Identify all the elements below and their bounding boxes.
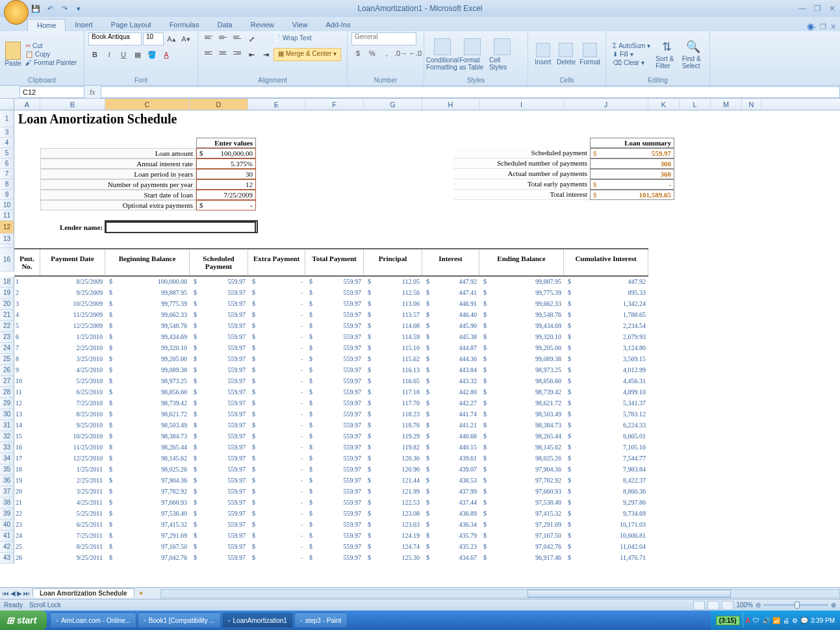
- cell-styles-button[interactable]: Cell Styles: [488, 37, 516, 72]
- column-header[interactable]: E: [248, 99, 305, 110]
- tray-icon[interactable]: 🛡: [753, 617, 759, 624]
- table-row[interactable]: 9 4/25/2010 99,089.38 559.97 - 559.97 11…: [14, 365, 648, 375]
- format-as-table-button[interactable]: Format as Table: [458, 37, 487, 72]
- row-header[interactable]: 27: [0, 376, 14, 387]
- worksheet-grid[interactable]: 1 Loan Amortization Schedule 3 Enter val…: [0, 110, 840, 587]
- row-header[interactable]: 31: [0, 420, 14, 431]
- table-row[interactable]: 4 11/25/2009 99,662.33 559.97 - 559.97 1…: [14, 310, 648, 320]
- table-row[interactable]: 20 3/25/2011 97,782.92 559.97 - 559.97 1…: [14, 486, 648, 496]
- ribbon-tab-review[interactable]: Review: [242, 19, 283, 31]
- zoom-in-button[interactable]: ⊕: [831, 601, 836, 609]
- row-header[interactable]: 3: [0, 127, 14, 138]
- table-row[interactable]: 26 9/25/2011 97,042.76 559.97 - 559.97 1…: [14, 553, 648, 562]
- table-row[interactable]: 22 5/25/2011 97,538.40 559.97 - 559.97 1…: [14, 509, 648, 518]
- office-button[interactable]: [4, 0, 29, 25]
- table-row[interactable]: 13 8/25/2010 98,621.72 559.97 - 559.97 1…: [14, 409, 648, 419]
- sheet-prev-icon[interactable]: ◀: [10, 590, 16, 597]
- row-header[interactable]: 35: [0, 464, 14, 475]
- tray-icon[interactable]: ⚙: [792, 617, 798, 624]
- row-header[interactable]: 22: [0, 321, 14, 332]
- table-row[interactable]: 15 10/25/2010 98,384.73 559.97 - 559.97 …: [14, 431, 648, 441]
- row-header[interactable]: 21: [0, 310, 14, 321]
- italic-button[interactable]: I: [103, 48, 116, 61]
- column-header[interactable]: J: [564, 99, 648, 110]
- fx-icon[interactable]: fx: [84, 88, 101, 96]
- tray-icon[interactable]: 📶: [772, 617, 780, 624]
- table-row[interactable]: 8 3/25/2010 99,205.00 559.97 - 559.97 11…: [14, 354, 648, 364]
- tray-icon[interactable]: 💬: [800, 617, 808, 624]
- align-middle-button[interactable]: [216, 32, 229, 45]
- clear-button[interactable]: ⌫ Clear ▾: [610, 58, 653, 67]
- comma-button[interactable]: ,: [380, 47, 393, 60]
- maximize-button[interactable]: ❐: [812, 4, 823, 13]
- row-header[interactable]: 43: [0, 553, 14, 564]
- column-header[interactable]: B: [40, 99, 105, 110]
- row-header[interactable]: 39: [0, 509, 14, 520]
- align-top-button[interactable]: [202, 32, 215, 45]
- border-button[interactable]: ▦: [131, 48, 144, 61]
- decrease-indent-button[interactable]: ⇤: [245, 48, 258, 61]
- underline-button[interactable]: U: [117, 48, 130, 61]
- column-header[interactable]: I: [479, 99, 564, 110]
- name-box[interactable]: C12: [19, 86, 84, 98]
- row-header[interactable]: 24: [0, 343, 14, 354]
- copy-button[interactable]: 📋Copy: [23, 50, 79, 58]
- shrink-font-button[interactable]: A▾: [179, 32, 192, 45]
- row-header[interactable]: 19: [0, 288, 14, 299]
- table-row[interactable]: 14 9/25/2010 98,503.49 559.97 - 559.97 1…: [14, 420, 648, 430]
- sheet-next-icon[interactable]: ▶: [17, 590, 22, 597]
- sheet-tab[interactable]: Loan Amortization Schedule: [32, 588, 134, 598]
- page-break-view-button[interactable]: [722, 601, 733, 610]
- format-painter-button[interactable]: 🖌Format Painter: [23, 58, 79, 67]
- column-header[interactable]: N: [742, 99, 761, 110]
- format-cells-button[interactable]: Format: [578, 42, 602, 67]
- qat-more-icon[interactable]: ▾: [73, 3, 84, 14]
- number-format-select[interactable]: General: [351, 32, 416, 45]
- row-header[interactable]: 32: [0, 431, 14, 442]
- table-row[interactable]: 19 2/25/2011 97,904.36 559.97 - 559.97 1…: [14, 475, 648, 485]
- decrease-decimal-button[interactable]: ←.0: [409, 47, 422, 60]
- tray-icon[interactable]: A: [746, 617, 750, 624]
- ribbon-tab-page-layout[interactable]: Page Layout: [102, 19, 160, 31]
- row-header[interactable]: 33: [0, 442, 14, 453]
- table-row[interactable]: 12 7/25/2010 98,739.42 559.97 - 559.97 1…: [14, 398, 648, 408]
- row-header[interactable]: 34: [0, 453, 14, 464]
- table-row[interactable]: 10 5/25/2010 98,973.25 559.97 - 559.97 1…: [14, 376, 648, 386]
- column-header[interactable]: D: [190, 99, 248, 110]
- table-row[interactable]: 25 8/25/2011 97,167.50 559.97 - 559.97 1…: [14, 542, 648, 551]
- increase-decimal-button[interactable]: .0→: [394, 47, 407, 60]
- system-tray[interactable]: (3:15) A 🛡 🔊 📶 🖨 ⚙ 💬 3:39 PM: [711, 611, 840, 630]
- zoom-level[interactable]: 100%: [736, 601, 753, 609]
- row-header[interactable]: 40: [0, 520, 14, 531]
- taskbar-button[interactable]: ▫LoanAmortization1: [222, 612, 293, 628]
- row-header[interactable]: 29: [0, 398, 14, 409]
- column-header[interactable]: A: [14, 99, 40, 110]
- merge-center-button[interactable]: ▦ Merge & Center ▾: [274, 48, 341, 61]
- table-row[interactable]: 2 9/25/2009 99,887.95 559.97 - 559.97 11…: [14, 288, 648, 297]
- horizontal-scrollbar[interactable]: [160, 589, 840, 598]
- row-header[interactable]: 20: [0, 299, 14, 310]
- table-row[interactable]: 24 7/25/2011 97,291.69 559.97 - 559.97 1…: [14, 531, 648, 540]
- column-header[interactable]: G: [364, 99, 422, 110]
- increase-indent-button[interactable]: ⇥: [259, 48, 272, 61]
- sheet-first-icon[interactable]: ⏮: [3, 590, 9, 597]
- tray-icon[interactable]: 🔊: [762, 617, 770, 624]
- formula-input[interactable]: [101, 86, 840, 98]
- tray-icon[interactable]: 🖨: [783, 617, 789, 624]
- column-header[interactable]: K: [648, 99, 680, 110]
- ribbon-tab-formulas[interactable]: Formulas: [160, 19, 209, 31]
- table-row[interactable]: 23 6/25/2011 97,415.32 559.97 - 559.97 1…: [14, 520, 648, 529]
- sort-filter-button[interactable]: ⇅Sort & Filter: [654, 38, 679, 71]
- row-header[interactable]: 42: [0, 542, 14, 553]
- row-header[interactable]: 36: [0, 475, 14, 486]
- ribbon-tab-insert[interactable]: Insert: [66, 19, 102, 31]
- doc-restore[interactable]: ❐: [820, 23, 826, 31]
- row-header[interactable]: 38: [0, 498, 14, 509]
- row-header[interactable]: 26: [0, 365, 14, 376]
- row-header[interactable]: 18: [0, 277, 14, 288]
- font-color-button[interactable]: A: [160, 48, 173, 61]
- taskbar-button[interactable]: ▫step3 - Paint: [294, 612, 348, 628]
- align-left-button[interactable]: [202, 48, 215, 61]
- taskbar-button[interactable]: ▫AimLoan.com - Online...: [50, 612, 136, 628]
- row-header[interactable]: 23: [0, 332, 14, 343]
